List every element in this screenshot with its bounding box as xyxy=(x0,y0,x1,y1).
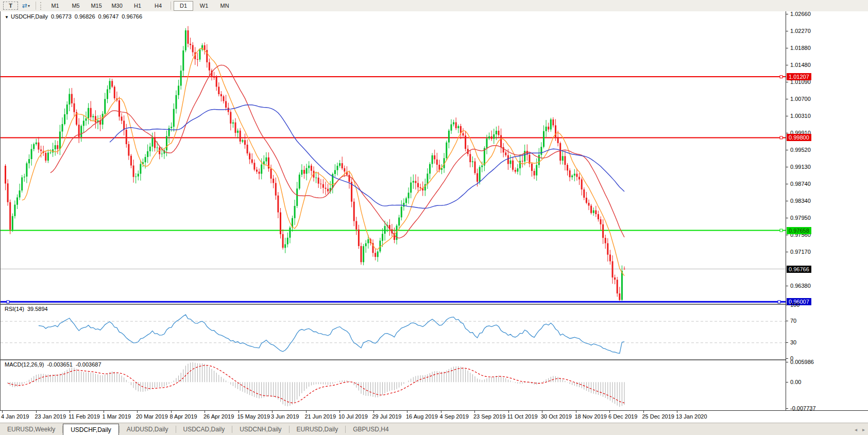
toolbar-grip[interactable] xyxy=(40,2,43,10)
date-label: 23 Jan 2019 xyxy=(35,413,66,420)
axis-tick-mark xyxy=(786,99,788,99)
timeframe-button-m30[interactable]: M30 xyxy=(107,1,127,11)
moving-average-45 xyxy=(110,105,624,208)
rsi-indicator-label: RSI(14)39.5894 xyxy=(5,306,48,312)
support-line-green-handle[interactable] xyxy=(780,229,782,232)
time-axis[interactable]: 4 Jan 201923 Jan 201911 Feb 20191 Mar 20… xyxy=(0,410,868,423)
macd-indicator-label: MACD(12,26,9)-0.003651-0.003687 xyxy=(5,361,101,368)
rsi-value: 39.5894 xyxy=(27,306,48,312)
axis-tick-mark xyxy=(786,31,788,31)
rsi-panel[interactable] xyxy=(1,304,786,359)
timeframe-button-h1[interactable]: H1 xyxy=(128,1,147,11)
toolbar-separator xyxy=(36,2,36,10)
timeframe-button-mn[interactable]: MN xyxy=(215,1,234,11)
price-tick-label: 0.99130 xyxy=(790,164,811,170)
macd-histogram xyxy=(8,362,624,407)
axis-tick-mark xyxy=(786,321,788,321)
tab-scroll-right-button[interactable]: ▸ xyxy=(862,427,865,432)
date-label: 23 Sep 2019 xyxy=(473,413,505,420)
price-tick-label: 1.01480 xyxy=(790,62,811,68)
ohlc-low: 0.96747 xyxy=(98,13,119,20)
toolbar-separator xyxy=(171,2,171,10)
time-tick-mark xyxy=(542,411,542,413)
chart-tab-usdcad-daily[interactable]: USDCAD,Daily xyxy=(176,423,232,435)
date-label: 1 Mar 2019 xyxy=(103,413,131,420)
timeframe-button-m5[interactable]: M5 xyxy=(66,1,86,11)
date-label: 26 Apr 2019 xyxy=(203,413,234,420)
axis-tick-mark xyxy=(786,48,788,48)
arrows-tool-button[interactable]: ⇄ ▾ xyxy=(19,2,33,10)
date-label: 21 Jun 2019 xyxy=(305,413,336,420)
date-label: 3 Jun 2019 xyxy=(271,413,299,420)
tab-scroll-controls: ◂ ▸ xyxy=(855,423,865,435)
price-axis[interactable]: 1.026601.022701.018801.014801.010901.007… xyxy=(786,11,868,410)
ohlc-high: 0.96826 xyxy=(75,13,95,20)
price-tick-label: 1.02270 xyxy=(790,28,811,34)
macd-axis-label: 0.00 xyxy=(790,379,801,385)
chart-toolbar: T ⇄ ▾ M1M5M15M30H1H4D1W1MN xyxy=(0,0,868,12)
date-label: 29 Jul 2019 xyxy=(372,413,402,420)
date-label: 4 Sep 2019 xyxy=(440,413,469,420)
resistance-line-1-handle[interactable] xyxy=(780,76,782,78)
axis-tick-mark xyxy=(786,184,788,184)
axis-tick-mark xyxy=(786,408,788,409)
date-label: 25 Dec 2019 xyxy=(642,413,674,420)
candlestick-chart[interactable] xyxy=(1,11,786,304)
axis-tick-mark xyxy=(786,305,788,305)
time-tick-mark xyxy=(441,411,441,413)
timeframe-button-w1[interactable]: W1 xyxy=(194,1,214,11)
axis-tick-mark xyxy=(786,65,788,65)
date-label: 11 Oct 2019 xyxy=(507,413,538,420)
chart-symbol-period: USDCHF,Daily xyxy=(11,13,48,20)
time-tick-mark xyxy=(36,411,37,413)
price-tick-label: 1.00700 xyxy=(790,96,811,102)
axis-tick-mark xyxy=(786,342,788,343)
date-label: 11 Feb 2019 xyxy=(69,413,100,420)
timeframe-button-m1[interactable]: M1 xyxy=(45,1,65,11)
macd-panel[interactable] xyxy=(1,359,786,410)
support-line-blue-handle[interactable] xyxy=(7,301,9,303)
time-tick-mark xyxy=(239,411,239,413)
price-tick-label: 1.02660 xyxy=(790,11,811,17)
chart-tab-eurusd-weekly[interactable]: EURUSD,Weekly xyxy=(0,423,62,435)
price-tick-label: 1.00310 xyxy=(790,113,811,119)
chart-tab-usdcnh-daily[interactable]: USDCNH,Daily xyxy=(232,423,288,435)
support-line-green-price-label: 0.97658 xyxy=(787,227,811,234)
price-tick-label: 0.96380 xyxy=(790,283,811,289)
chart-tab-usdchf-daily[interactable]: USDCHF,Daily xyxy=(63,424,119,435)
text-tool-button[interactable]: T xyxy=(3,2,18,10)
time-tick-mark xyxy=(205,411,205,413)
chart-tab-gbpusd-h4[interactable]: GBPUSD,H4 xyxy=(346,423,396,435)
time-tick-mark xyxy=(407,411,407,413)
resistance-line-2-price-label: 0.99800 xyxy=(787,134,811,141)
date-label: 30 Oct 2019 xyxy=(541,413,572,420)
timeframe-button-h4[interactable]: H4 xyxy=(148,1,168,11)
time-tick-mark xyxy=(104,411,104,413)
mt4-terminal: T ⇄ ▾ M1M5M15M30H1H4D1W1MN ▼USDCHF,Daily… xyxy=(0,0,868,435)
chart-tab-eurusd-daily[interactable]: EURUSD,Daily xyxy=(290,423,346,435)
timeframe-button-group: M1M5M15M30H1H4D1W1MN xyxy=(45,1,235,11)
chart-tab-audusd-daily[interactable]: AUDUSD,Daily xyxy=(120,423,176,435)
time-tick-mark xyxy=(474,411,475,413)
moving-average-20 xyxy=(50,65,624,238)
timeframe-button-m15[interactable]: M15 xyxy=(87,1,106,11)
ohlc-open: 0.96773 xyxy=(51,13,72,20)
time-tick-mark xyxy=(576,411,576,413)
dropdown-caret-icon: ▾ xyxy=(28,4,30,8)
timeframe-button-d1[interactable]: D1 xyxy=(174,1,193,11)
axis-tick-mark xyxy=(786,133,788,133)
date-label: 16 Aug 2019 xyxy=(406,413,438,420)
axis-tick-mark xyxy=(786,235,788,235)
date-label: 20 Mar 2019 xyxy=(136,413,168,420)
price-tick-label: 1.01880 xyxy=(790,45,811,51)
tab-scroll-left-button[interactable]: ◂ xyxy=(855,427,857,432)
resistance-line-2-handle[interactable] xyxy=(780,136,782,139)
chart-title[interactable]: ▼USDCHF,Daily0.967730.968260.967470.9676… xyxy=(5,13,142,20)
time-tick-mark xyxy=(70,411,70,413)
date-label: 18 Nov 2019 xyxy=(575,413,607,420)
price-tick-label: 0.97950 xyxy=(790,215,811,221)
chart-menu-icon[interactable]: ▼ xyxy=(5,15,9,20)
support-line-blue-handle[interactable] xyxy=(778,301,780,303)
rsi-name: RSI(14) xyxy=(5,306,24,312)
macd-axis-label: 0.005986 xyxy=(790,359,814,365)
